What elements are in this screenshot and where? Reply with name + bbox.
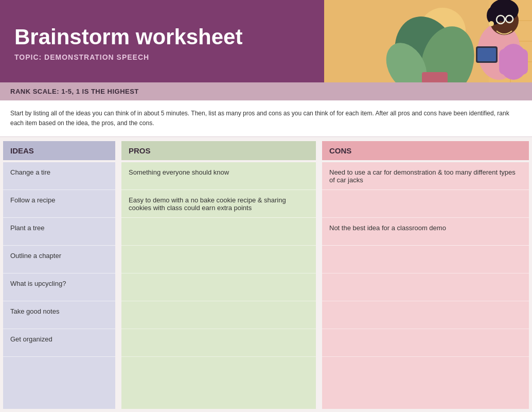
pro-cell: Something everyone should know xyxy=(121,162,316,190)
top-section: Brainstorm worksheet TOPIC: DEMONSTRATIO… xyxy=(0,0,532,82)
con-cell xyxy=(322,329,529,357)
pro-cell xyxy=(121,246,316,273)
pros-column: PROS Something everyone should knowEasy … xyxy=(118,141,319,412)
idea-cell: Follow a recipe xyxy=(3,190,115,218)
rank-scale-bar: RANK SCALE: 1-5, 1 IS THE HIGHEST xyxy=(0,82,532,100)
ideas-column: IDEAS Change a tireFollow a recipePlant … xyxy=(0,141,118,412)
svg-rect-21 xyxy=(477,48,496,61)
cons-column: CONS Need to use a car for demonstration… xyxy=(319,141,532,412)
con-cell: Need to use a car for demonstration & to… xyxy=(322,162,529,190)
con-cell xyxy=(322,190,529,218)
header-left: Brainstorm worksheet TOPIC: DEMONSTRATIO… xyxy=(0,0,324,82)
page-title: Brainstorm worksheet xyxy=(14,25,310,49)
ideas-column-body: Change a tireFollow a recipePlant a tree… xyxy=(3,162,115,409)
idea-cell: Plant a tree xyxy=(3,218,115,246)
con-cell xyxy=(322,246,529,273)
pro-cell xyxy=(121,218,316,246)
cons-column-header: CONS xyxy=(322,141,529,160)
pro-cell: Easy to demo with a no bake cookie recip… xyxy=(121,190,316,218)
svg-line-17 xyxy=(505,19,506,20)
cons-column-body: Need to use a car for demonstration & to… xyxy=(322,162,529,409)
page: Brainstorm worksheet TOPIC: DEMONSTRATIO… xyxy=(0,0,532,412)
idea-cell: Change a tire xyxy=(3,162,115,190)
idea-cell: Get organized xyxy=(3,329,115,357)
header-illustration xyxy=(324,0,532,82)
svg-rect-10 xyxy=(422,72,448,82)
table-area: IDEAS Change a tireFollow a recipePlant … xyxy=(0,137,532,412)
idea-cell: What is upcycling? xyxy=(3,273,115,301)
pro-cell xyxy=(121,329,316,357)
description-section: Start by listing all of the ideas you ca… xyxy=(0,100,532,137)
idea-cell: Take good notes xyxy=(3,301,115,329)
con-cell xyxy=(322,273,529,301)
pros-column-header: PROS xyxy=(121,141,316,160)
svg-rect-23 xyxy=(499,49,528,75)
ideas-column-header: IDEAS xyxy=(3,141,115,160)
idea-cell: Outline a chapter xyxy=(3,246,115,273)
page-subtitle: TOPIC: DEMONSTRATION SPEECH xyxy=(14,53,310,61)
pros-column-body: Something everyone should knowEasy to de… xyxy=(121,162,316,409)
description-text: Start by listing all of the ideas you ca… xyxy=(10,110,509,127)
rank-scale-label: RANK SCALE: 1-5, 1 IS THE HIGHEST xyxy=(10,88,139,95)
con-cell: Not the best idea for a classroom demo xyxy=(322,218,529,246)
svg-point-18 xyxy=(489,21,494,26)
con-cell xyxy=(322,301,529,329)
pro-cell xyxy=(121,301,316,329)
pro-cell xyxy=(121,273,316,301)
